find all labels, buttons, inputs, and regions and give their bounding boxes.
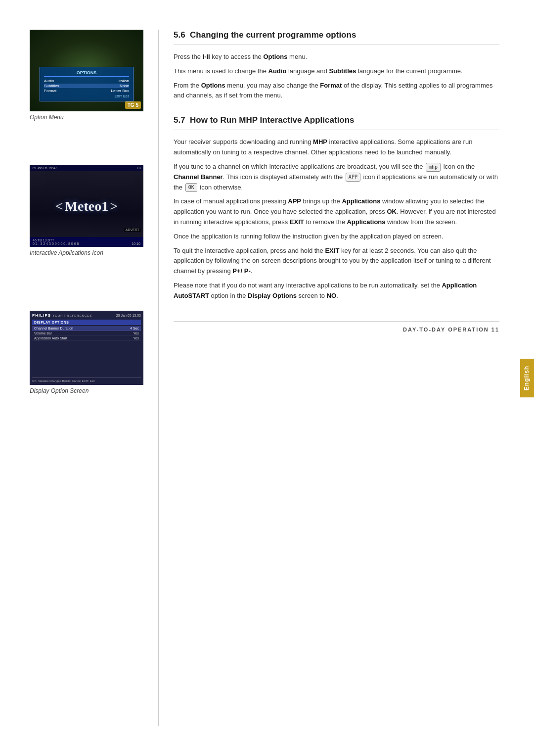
philips-item-label-volume: Volume Bar <box>34 331 52 335</box>
section-56-number: 5.6 <box>174 30 185 40</box>
menu-value-format: Letter Box <box>111 89 129 93</box>
options-bold: Options <box>263 53 287 60</box>
left-column: OPTIONS Audio Italian Subtitles None For… <box>0 30 158 726</box>
philips-logo: PHILIPS YOUR PREFERENCES <box>32 313 92 318</box>
tv-menu-row-format: Format Letter Box <box>44 89 129 93</box>
philips-header: PHILIPS YOUR PREFERENCES 29 Jan 05 13:03 <box>32 313 141 318</box>
page-footer: DAY-TO-DAY OPERATION 11 <box>174 321 499 332</box>
applications-bold: Applications <box>342 197 380 205</box>
display-options-bold: Display Options <box>248 292 297 299</box>
philips-subtitle: YOUR PREFERENCES <box>52 314 92 317</box>
philips-item-value-autostart: Yes <box>134 336 139 340</box>
app-bold: APP <box>288 197 301 205</box>
philips-footer-text: OK: Validate Changes BACK: Cancel EXIT: … <box>32 379 95 382</box>
philips-footer: OK: Validate Changes BACK: Cancel EXIT: … <box>32 378 141 382</box>
philips-menu-item-channel: Channel Banner Duration 4 Sec <box>32 326 141 331</box>
meteo-top-bar: 29 Jan 05 15:47 TB <box>30 165 143 171</box>
philips-menu-item-autostart: Application Auto Start Yes <box>32 336 141 341</box>
arrow-left-icon: < <box>55 198 63 214</box>
right-column: 5.6 Changing the current programme optio… <box>158 30 534 726</box>
section-56-title: Changing the current programme options <box>190 30 356 40</box>
philips-item-value-channel: 4 Sec <box>130 327 139 330</box>
philips-item-label-autostart: Application Auto Start <box>34 336 67 340</box>
p-plus-minus-bold: P+/ P- <box>232 267 251 275</box>
meteo-image: 29 Jan 05 15:47 TB < Meteo1 > ADVERT 46 … <box>30 165 143 247</box>
meteo-logo: < Meteo1 > <box>55 198 118 214</box>
screenshot-option-menu: OPTIONS Audio Italian Subtitles None For… <box>30 30 148 121</box>
section-57-p5: To quit the interactive application, pre… <box>174 246 499 277</box>
screenshot-display-options: PHILIPS YOUR PREFERENCES 29 Jan 05 13:03… <box>30 311 148 394</box>
section-56-p3: From the Options menu, you may also chan… <box>174 81 499 101</box>
option-menu-image: OPTIONS Audio Italian Subtitles None For… <box>30 30 143 111</box>
philips-menu-image: PHILIPS YOUR PREFERENCES 29 Jan 05 13:03… <box>30 311 143 385</box>
section-57-p6: Please note that if you do not want any … <box>174 281 499 301</box>
section-57: 5.7 How to Run MHP Interactive Applicati… <box>174 115 499 301</box>
meteo-channel: TB <box>136 166 141 170</box>
tv-menu-row-subtitles: Subtitles None <box>44 84 129 88</box>
section-56: 5.6 Changing the current programme optio… <box>174 30 499 101</box>
philips-logo-text: PHILIPS YOUR PREFERENCES <box>32 313 92 318</box>
options-bold-2: Options <box>201 82 225 89</box>
meteo-bar-row2: 0 2 . 3 2 4 3 0 0 0 0 0 . 8 0 6 8 10:10 <box>33 242 140 245</box>
menu-label-format: Format <box>44 89 56 93</box>
meteo-bar: 46 TB 13 DTT 0 2 . 3 2 4 3 0 0 0 0 0 . 8… <box>30 237 143 247</box>
menu-footer: EXIT Edit <box>44 94 129 98</box>
meteo-stats: 46 TB 13 DTT <box>33 238 54 242</box>
format-bold: Format <box>320 82 342 89</box>
mhp-bold: MHP <box>313 138 327 145</box>
arrow-right-icon: > <box>110 198 118 214</box>
section-57-title: How to Run MHP Interactive Applications <box>190 115 354 125</box>
tg-badge: TG 5 <box>125 101 141 109</box>
menu-value-audio: Italian <box>119 79 129 83</box>
menu-label-audio: Audio <box>44 79 54 83</box>
iii-key: I-II <box>203 53 210 60</box>
section-56-heading: 5.6 Changing the current programme optio… <box>174 30 499 45</box>
subtitles-bold: Subtitles <box>329 67 356 75</box>
exit-bold-2: EXIT <box>325 247 339 254</box>
philips-item-value-volume: Yes <box>134 331 139 335</box>
philips-section-title: DISPLAY OPTIONS <box>32 320 141 325</box>
audio-bold: Audio <box>268 67 287 75</box>
philips-menu-inner: PHILIPS YOUR PREFERENCES 29 Jan 05 13:03… <box>30 311 143 385</box>
app-button: APP <box>346 173 360 182</box>
philips-time: 29 Jan 05 13:03 <box>116 314 141 317</box>
meteo-caption: Interactive Applications Icon <box>30 249 148 256</box>
exit-bold: EXIT <box>290 218 304 226</box>
meteo-text: Meteo1 <box>65 198 109 214</box>
advert-tag: ADVERT <box>124 228 141 232</box>
tv-menu-title: OPTIONS <box>44 70 129 77</box>
channel-banner-bold: Channel Banner <box>174 173 223 181</box>
philips-item-label-channel: Channel Banner Duration <box>34 327 73 330</box>
screenshot-meteo: 29 Jan 05 15:47 TB < Meteo1 > ADVERT 46 … <box>30 165 148 256</box>
tv-menu-row-audio: Audio Italian <box>44 79 129 83</box>
section-57-p4: Once the application is running follow t… <box>174 232 499 242</box>
english-tab: English <box>520 359 534 397</box>
section-57-heading: 5.7 How to Run MHP Interactive Applicati… <box>174 115 499 130</box>
section-57-p1: Your receiver supports downloading and r… <box>174 137 499 158</box>
meteo-bar-row1: 46 TB 13 DTT <box>33 238 140 242</box>
ok-bold: OK <box>387 208 397 215</box>
menu-value-subtitles: None <box>120 84 129 88</box>
no-bold: NO <box>327 292 337 299</box>
display-options-caption: Display Option Screen <box>30 387 148 394</box>
section-56-p1: Press the I-II key to access the Options… <box>174 52 499 62</box>
section-56-p2: This menu is used to change the Audio la… <box>174 66 499 77</box>
option-menu-caption: Option Menu <box>30 114 148 121</box>
section-57-p2: If you tune to a channel on which intera… <box>174 162 499 192</box>
philips-menu-item-volume: Volume Bar Yes <box>32 331 141 336</box>
meteo-time: 10:10 <box>132 242 140 245</box>
meteo-data: 0 2 . 3 2 4 3 0 0 0 0 0 . 8 0 6 8 <box>33 242 79 245</box>
page: OPTIONS Audio Italian Subtitles None For… <box>0 0 534 756</box>
tv-menu-overlay: OPTIONS Audio Italian Subtitles None For… <box>40 67 134 101</box>
ok-button: OK <box>185 183 197 192</box>
application-autostart-bold: Application AutoSTART <box>174 282 477 299</box>
menu-label-subtitles: Subtitles <box>44 84 59 88</box>
meteo-date: 29 Jan 05 15:47 <box>32 166 57 170</box>
applications-bold-2: Applications <box>347 218 385 226</box>
section-57-number: 5.7 <box>174 115 185 125</box>
section-57-p3: In case of manual applications pressing … <box>174 196 499 227</box>
mhp-button: mhp <box>426 163 441 172</box>
